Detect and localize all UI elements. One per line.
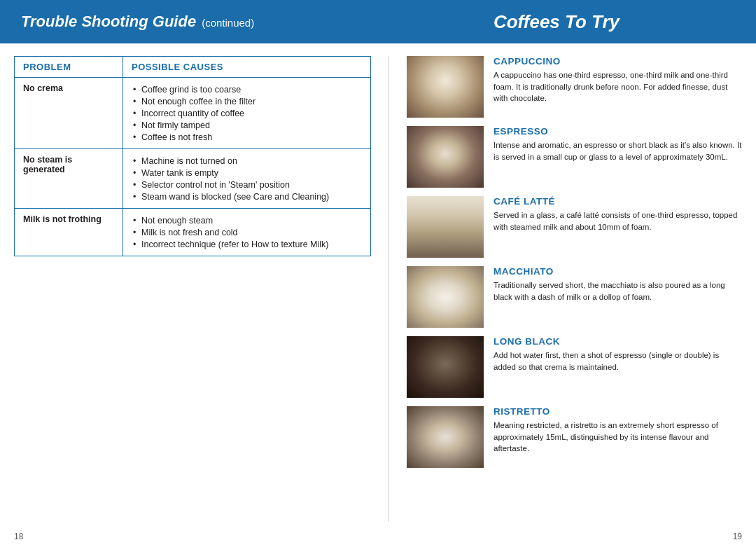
coffee-description: Intense and aromatic, an espresso or sho… — [493, 139, 742, 162]
col-header-problem: PROBLEM — [15, 57, 123, 78]
coffee-info: LONG BLACKAdd hot water first, then a sh… — [493, 336, 742, 373]
coffee-image — [407, 266, 484, 328]
coffee-image — [407, 56, 484, 118]
problem-cell: Milk is not frothing — [15, 209, 123, 256]
coffee-name: ESPRESSO — [493, 126, 742, 137]
main-content: PROBLEM POSSIBLE CAUSES No cremaCoffee g… — [0, 43, 756, 529]
coffee-info: CAPPUCCINOA cappuccino has one-third esp… — [493, 56, 742, 104]
header-title-right: Coffees To Try — [493, 11, 620, 32]
cause-item: Coffee grind is too coarse — [132, 83, 362, 95]
coffee-info: CAFÉ LATTÉServed in a glass, a café latt… — [493, 196, 742, 233]
coffee-image — [407, 406, 484, 468]
trouble-shooting-panel: PROBLEM POSSIBLE CAUSES No cremaCoffee g… — [14, 56, 371, 522]
coffee-image — [407, 196, 484, 258]
header-right: Coffees To Try — [378, 11, 735, 33]
panel-divider — [388, 56, 389, 522]
header-title-continued: (continued) — [202, 17, 254, 29]
cause-item: Coffee is not fresh — [132, 131, 362, 143]
cause-item: Incorrect technique (refer to How to tex… — [132, 238, 362, 250]
coffee-item: MACCHIATOTraditionally served short, the… — [407, 266, 742, 328]
coffee-item: ESPRESSOIntense and aromatic, an espress… — [407, 126, 742, 188]
table-row: No steam is generatedMachine is not turn… — [15, 149, 371, 209]
causes-cell: Coffee grind is too coarseNot enough cof… — [123, 78, 371, 149]
coffee-image — [407, 126, 484, 188]
coffee-item: CAFÉ LATTÉServed in a glass, a café latt… — [407, 196, 742, 258]
coffee-name: LONG BLACK — [493, 336, 742, 347]
cause-item: Not enough coffee in the filter — [132, 95, 362, 107]
table-row: Milk is not frothingNot enough steamMilk… — [15, 209, 371, 256]
header-left: Trouble Shooting Guide (continued) — [21, 13, 378, 31]
coffee-info: MACCHIATOTraditionally served short, the… — [493, 266, 742, 303]
page-number-left: 18 — [14, 532, 23, 541]
coffee-description: Meaning restricted, a ristretto is an ex… — [493, 420, 742, 455]
coffee-item: LONG BLACKAdd hot water first, then a sh… — [407, 336, 742, 398]
cause-item: Water tank is empty — [132, 167, 362, 179]
coffees-panel: CAPPUCCINOA cappuccino has one-third esp… — [407, 56, 742, 522]
coffee-description: Served in a glass, a café latté consists… — [493, 209, 742, 233]
cause-item: Machine is not turned on — [132, 155, 362, 167]
causes-cell: Machine is not turned onWater tank is em… — [123, 149, 371, 209]
coffee-name: RISTRETTO — [493, 406, 742, 417]
coffee-info: ESPRESSOIntense and aromatic, an espress… — [493, 126, 742, 162]
cause-item: Not firmly tamped — [132, 119, 362, 131]
problem-cell: No crema — [15, 78, 123, 149]
coffee-item: RISTRETTOMeaning restricted, a ristretto… — [407, 406, 742, 468]
cause-item: Milk is not fresh and cold — [132, 226, 362, 238]
coffee-description: A cappuccino has one-third espresso, one… — [493, 69, 742, 104]
page-header: Trouble Shooting Guide (continued) Coffe… — [0, 0, 756, 43]
causes-cell: Not enough steamMilk is not fresh and co… — [123, 209, 371, 256]
problem-cell: No steam is generated — [15, 149, 123, 209]
coffee-info: RISTRETTOMeaning restricted, a ristretto… — [493, 406, 742, 455]
cause-item: Incorrect quantity of coffee — [132, 107, 362, 119]
coffee-description: Traditionally served short, the macchiat… — [493, 279, 742, 303]
cause-item: Not enough steam — [132, 214, 362, 226]
coffee-image — [407, 336, 484, 398]
coffee-description: Add hot water first, then a shot of espr… — [493, 349, 742, 373]
cause-item: Steam wand is blocked (see Care and Clea… — [132, 191, 362, 202]
page-footer: 18 19 — [0, 529, 756, 547]
cause-item: Selector control not in 'Steam' position — [132, 179, 362, 191]
header-title-main: Trouble Shooting Guide — [21, 13, 196, 31]
coffee-item: CAPPUCCINOA cappuccino has one-third esp… — [407, 56, 742, 118]
coffee-name: CAFÉ LATTÉ — [493, 196, 742, 207]
page-number-right: 19 — [733, 532, 742, 541]
col-header-causes: POSSIBLE CAUSES — [123, 57, 371, 78]
coffee-name: CAPPUCCINO — [493, 56, 742, 67]
trouble-table: PROBLEM POSSIBLE CAUSES No cremaCoffee g… — [14, 56, 371, 256]
table-row: No cremaCoffee grind is too coarseNot en… — [15, 78, 371, 149]
coffee-name: MACCHIATO — [493, 266, 742, 277]
